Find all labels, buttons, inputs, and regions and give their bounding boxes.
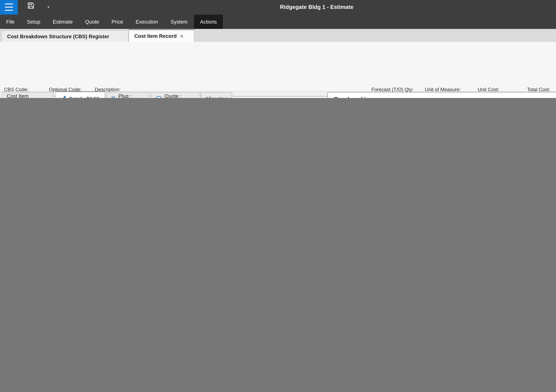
document-tab-label: Cost Item Record <box>134 33 177 39</box>
tab-plug[interactable]: Plug : $0.00 <box>106 92 149 98</box>
tab-close-icon[interactable]: ✕ <box>180 34 184 38</box>
document-tab-label: Cost Breakdown Structure (CBS) Register <box>7 34 109 39</box>
new-window-icon[interactable] <box>555 0 556 15</box>
detail-pencil-icon <box>61 96 66 98</box>
benchmarking-title: Benchmarking <box>334 96 373 98</box>
tab-label: Detail : $3.00 <box>69 96 99 98</box>
document-tab-cbs-register[interactable]: Cost Breakdown Structure (CBS) Register <box>1 30 129 42</box>
menu-item-quote[interactable]: Quote <box>79 15 105 29</box>
menu-item-file[interactable]: File <box>0 15 21 29</box>
cost-item-header-fields: CBS Code:1.3.1Optional Code:1.3.1Descrip… <box>0 42 556 92</box>
menu-item-price[interactable]: Price <box>105 15 130 29</box>
menu-bar: FileSetupEstimateQuotePriceExecutionSyst… <box>0 15 556 29</box>
menu-item-system[interactable]: System <box>164 15 194 29</box>
hamburger-menu-button[interactable] <box>0 0 18 15</box>
document-tab-bar: ▼ Cost Breakdown Structure (CBS) Registe… <box>0 29 556 42</box>
unit-cost-label: Unit Cost: <box>478 87 499 92</box>
forecast-qty-label: Forecast (T/O) Qty: <box>371 87 414 92</box>
plug-icon <box>111 96 116 98</box>
quote-bubble-icon <box>156 96 162 98</box>
title-bar: ▼ Ridgegate Bldg 1 - Estimate ✕ <box>0 0 556 15</box>
document-tab-cost-item-record[interactable]: Cost Item Record✕ <box>129 29 194 42</box>
cost-item-detail-panel: Cost Item SummaryDetail : $3.00Plug : $0… <box>0 91 326 98</box>
unit-of-measure-label: Unit of Measure: <box>425 87 461 92</box>
tab-label: Quote : $0.00 <box>165 93 195 98</box>
tab-label: Cost Item Summary <box>7 93 48 98</box>
total-cost-label: Total Cost: <box>527 87 550 92</box>
menu-item-execution[interactable]: Execution <box>130 15 164 29</box>
tab-label: Plug : $0.00 <box>118 93 145 98</box>
window-title: Ridgegate Bldg 1 - Estimate <box>280 0 353 15</box>
menu-item-estimate[interactable]: Estimate <box>46 15 79 29</box>
tab-allocation[interactable]: Allocation <box>201 92 232 98</box>
tab-quote[interactable]: Quote : $0.00 <box>151 92 200 98</box>
app-window: ▼ Ridgegate Bldg 1 - Estimate ✕ FileSetu… <box>0 0 556 98</box>
benchmarking-panel: Benchmarking ✕ Cost/Primary Unit Cubic Y… <box>327 92 556 98</box>
menu-item-actions[interactable]: Actions <box>194 15 223 29</box>
menu-item-setup[interactable]: Setup <box>21 15 46 29</box>
benchmarking-header: Benchmarking ✕ <box>328 92 556 98</box>
tab-detail[interactable]: Detail : $3.00 <box>55 91 105 98</box>
tab-label: Allocation <box>205 96 228 98</box>
save-icon[interactable] <box>23 0 38 15</box>
tab-cost[interactable]: Cost Item Summary <box>2 92 53 98</box>
quick-access-dropdown-icon[interactable]: ▼ <box>41 0 56 15</box>
